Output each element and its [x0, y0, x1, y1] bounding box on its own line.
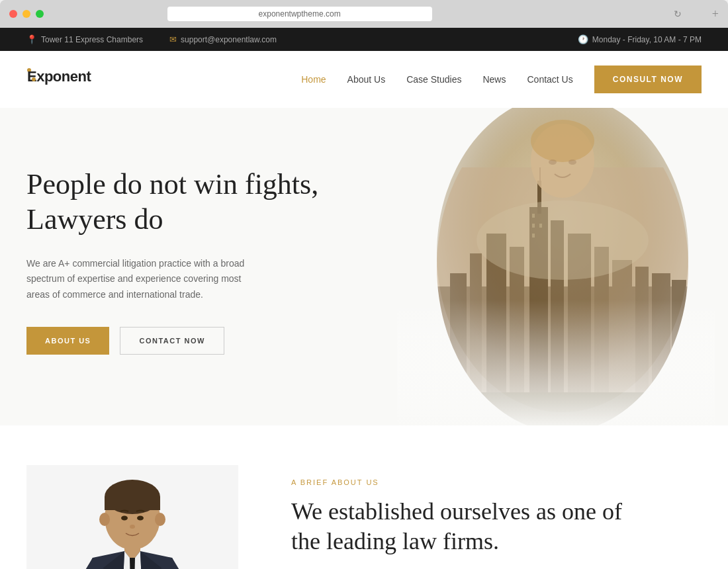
address-info: 📍 Tower 11 Express Chambers — [26, 34, 143, 44]
logo-dot — [32, 77, 36, 81]
refresh-icon[interactable]: ↻ — [674, 9, 682, 20]
about-title-line1: We established ourselves as one of — [291, 498, 622, 525]
nav-link-casestudies[interactable]: Case Studies — [406, 74, 461, 85]
browser-window: exponentwptheme.com ↻ + 📍 Tower 11 Expre… — [0, 0, 728, 569]
nav-link-contact[interactable]: Contact Us — [527, 74, 572, 85]
hero-title-line1: People do not win fights, — [26, 168, 318, 200]
about-title-line2: the leading law firms. — [291, 528, 499, 554]
hero-illustration — [397, 108, 715, 425]
svg-point-37 — [130, 525, 135, 529]
svg-point-33 — [99, 513, 110, 526]
about-section: A Brief About Us We established ourselve… — [0, 425, 728, 569]
nav-link-about[interactable]: About Us — [347, 74, 386, 85]
hero-title-line2: Lawyers do — [26, 203, 163, 236]
clock-icon: 🕐 — [578, 34, 588, 44]
minimize-button[interactable] — [23, 10, 30, 18]
nav-item-news[interactable]: News — [482, 74, 506, 85]
nav-link-news[interactable]: News — [482, 74, 506, 85]
email-text: support@exponentlaw.com — [181, 35, 277, 44]
hero-description: We are A+ commercial litigation practice… — [26, 256, 251, 303]
close-button[interactable] — [9, 10, 17, 18]
info-bar: 📍 Tower 11 Express Chambers ✉ support@ex… — [0, 28, 728, 51]
svg-point-36 — [137, 516, 144, 521]
hero-section: People do not win fights, Lawyers do We … — [0, 108, 728, 425]
new-tab-button[interactable]: + — [712, 7, 719, 21]
about-section-label: A Brief About Us — [291, 478, 702, 486]
about-title: We established ourselves as one of the l… — [291, 497, 702, 556]
website-content: 📍 Tower 11 Express Chambers ✉ support@ex… — [0, 28, 728, 569]
hero-image — [397, 108, 715, 425]
nav-link-home[interactable]: Home — [301, 74, 326, 85]
location-icon: 📍 — [26, 34, 37, 44]
nav-item-home[interactable]: Home — [301, 74, 326, 85]
hours-text: Monday - Friday, 10 AM - 7 PM — [592, 35, 702, 44]
contact-now-button[interactable]: Contact Now — [120, 327, 224, 355]
svg-point-34 — [155, 513, 165, 526]
browser-titlebar: exponentwptheme.com ↻ + — [0, 0, 728, 28]
about-content: A Brief About Us We established ourselve… — [291, 465, 702, 569]
email-info: ✉ support@exponentlaw.com — [169, 34, 277, 44]
logo-text: Exponent — [27, 68, 31, 72]
lawyer-illustration — [26, 465, 238, 569]
svg-rect-28 — [397, 108, 715, 425]
address-text: Tower 11 Express Chambers — [41, 35, 143, 44]
address-bar[interactable]: exponentwptheme.com — [167, 7, 432, 21]
about-person-image — [26, 465, 251, 569]
about-us-button[interactable]: About Us — [26, 327, 109, 355]
hours-info: 🕐 Monday - Friday, 10 AM - 7 PM — [578, 34, 702, 44]
hero-buttons: About Us Contact Now — [26, 327, 357, 355]
nav-item-about[interactable]: About Us — [347, 74, 386, 85]
svg-rect-32 — [105, 497, 160, 510]
hero-content: People do not win fights, Lawyers do We … — [26, 148, 357, 355]
hero-title: People do not win fights, Lawyers do — [26, 167, 357, 238]
site-logo[interactable]: Exponent — [26, 68, 36, 91]
nav-item-casestudies[interactable]: Case Studies — [406, 74, 461, 85]
maximize-button[interactable] — [36, 10, 44, 18]
svg-point-35 — [121, 516, 128, 521]
navbar: Exponent Home About Us Case Studies News… — [0, 51, 728, 108]
url-text: exponentwptheme.com — [259, 9, 341, 19]
consult-now-button[interactable]: Consult Now — [594, 66, 702, 93]
nav-item-contact[interactable]: Contact Us — [527, 74, 572, 85]
email-icon: ✉ — [169, 34, 177, 44]
nav-links: Home About Us Case Studies News Contact … — [301, 74, 573, 85]
